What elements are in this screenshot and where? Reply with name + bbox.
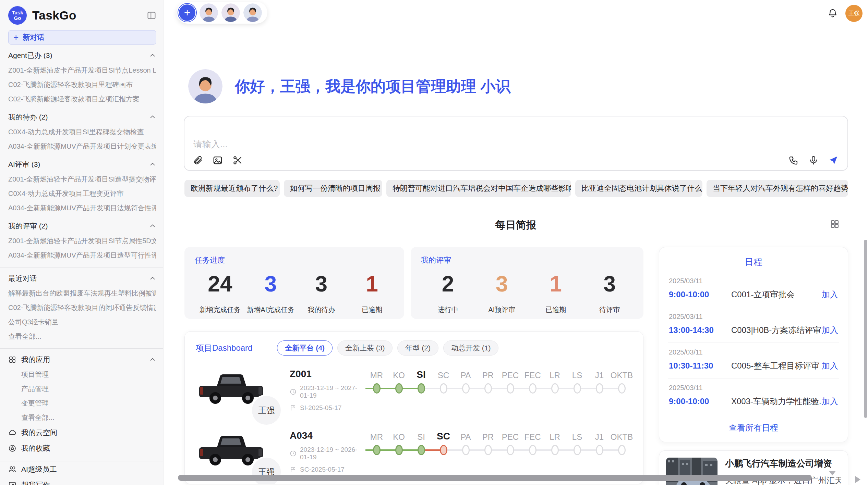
dashboard-filter[interactable]: 全新平台 (4) xyxy=(277,340,333,356)
new-chat-label: 新对话 xyxy=(23,33,44,42)
recent-chat-item[interactable]: C02-飞腾新能源轻客改款项目的闭环通告反馈情况 xyxy=(8,300,156,315)
event-time: 13:00-14:30 xyxy=(669,325,726,335)
sidebar-section-header[interactable]: AI评审 (3) xyxy=(8,157,156,172)
milestone: SC xyxy=(432,428,455,479)
milestone-node-row xyxy=(477,442,499,458)
task-progress-card: 任务进度 24新增完成任务3新增AI完成任务3我的待办1已逾期 xyxy=(184,247,404,319)
join-button[interactable]: 加入 xyxy=(822,325,838,336)
app-item[interactable]: 产品管理 xyxy=(8,382,156,396)
my-favorites-item[interactable]: 我的收藏 xyxy=(8,440,156,456)
milestone-node-row xyxy=(455,380,477,397)
join-button[interactable]: 加入 xyxy=(822,289,838,300)
scroll-right-arrow[interactable] xyxy=(855,476,860,483)
sidebar-recent-section: 最近对话解释最新出台的欧盟报废车法规再生塑料比例被调至15%...C02-飞腾新… xyxy=(8,271,156,344)
sidebar-task-item[interactable]: C0X4-动力总成开发项目SI里程碑提交物检查 xyxy=(8,125,156,139)
phone-call-icon[interactable] xyxy=(788,155,799,165)
divider xyxy=(0,267,163,268)
milestone-node xyxy=(574,383,581,394)
recent-chat-item[interactable]: 公司Q3轻卡销量 xyxy=(8,315,156,329)
tool-item[interactable]: 帮我写作 xyxy=(8,477,156,485)
sidebar-task-item[interactable]: A034-全新新能源MUV产品开发项目计划变更表编写 xyxy=(8,139,156,153)
collapse-sidebar-icon[interactable] xyxy=(147,11,156,20)
topbar: + 王强 xyxy=(164,0,868,26)
milestone-label: J1 xyxy=(595,366,604,380)
session-avatar[interactable] xyxy=(221,3,240,22)
milestone-label: SI xyxy=(417,366,425,380)
suggestion-chip[interactable]: 欧洲新规最近颁布了什么? xyxy=(184,180,280,197)
suggestion-chip[interactable]: 如何写一份清晰的项目周报 xyxy=(284,180,382,197)
insert-image-icon[interactable] xyxy=(213,155,223,165)
stat-label: AI预评审 xyxy=(475,305,529,314)
milestone-label: LR xyxy=(550,428,560,442)
sidebar-task-sections: Agent已办 (3)Z001-全新燃油皮卡产品开发项目SI节点Lesson L… xyxy=(8,48,156,262)
sidebar-task-item[interactable]: Z001-全新燃油轻卡产品开发项目SI节点属性5D文件评审 xyxy=(8,234,156,248)
stat-label: 新增AI完成任务 xyxy=(245,305,296,314)
my-cloud-space-label: 我的云空间 xyxy=(21,428,57,437)
sidebar-section-header[interactable]: Agent已办 (3) xyxy=(8,48,156,63)
recent-section-header[interactable]: 最近对话 xyxy=(8,271,156,286)
milestone-track: MRKOSISCPAPRPECFECLRLSJ1OKTB xyxy=(365,427,633,479)
view-all-schedule-link[interactable]: 查看所有日程 xyxy=(668,422,839,433)
event-name: C003|H0B-方案冻结评审 xyxy=(726,325,822,336)
suggestion-chip[interactable]: 比亚迪全固态电池计划具体说了什么 xyxy=(575,180,702,197)
app-item[interactable]: 变更管理 xyxy=(8,396,156,410)
milestone: PEC xyxy=(499,428,521,479)
dashboard-header: 项目Dashboard 全新平台 (4)全新上装 (3)年型 (2)动总开发 (… xyxy=(196,340,633,356)
scissors-icon[interactable] xyxy=(232,155,243,165)
sidebar-task-item[interactable]: C02-飞腾新能源轻客改款项目里程碑画布 xyxy=(8,77,156,92)
my-cloud-space-item[interactable]: 我的云空间 xyxy=(8,425,156,440)
sidebar-task-item[interactable]: Z001-全新燃油皮卡产品开发项目SI节点Lesson Learn报告 xyxy=(8,63,156,77)
event-name: C005-整车工程目标评审 xyxy=(726,360,822,371)
news-image xyxy=(666,458,718,485)
join-button[interactable]: 加入 xyxy=(822,360,838,371)
composer[interactable]: 请输入... xyxy=(184,116,848,171)
dashboard-filter[interactable]: 全新上装 (3) xyxy=(337,340,393,356)
app-item[interactable]: 项目管理 xyxy=(8,367,156,382)
recent-view-all-link[interactable]: 查看全部... xyxy=(8,329,156,344)
project-thumbnail: 王强 xyxy=(196,366,278,417)
join-button[interactable]: 加入 xyxy=(822,396,838,407)
milestone-node xyxy=(574,445,581,455)
new-chat-button[interactable]: + 新对话 xyxy=(8,30,156,45)
session-avatar[interactable] xyxy=(200,3,218,22)
suggestion-chip[interactable]: 特朗普可能对进口汽车增税会对中国车企造成哪些影响 xyxy=(386,180,571,197)
my-apps-header[interactable]: 我的应用 xyxy=(8,352,156,367)
horizontal-scrollbar[interactable] xyxy=(178,475,812,481)
sidebar-section-header[interactable]: 我的待办 (2) xyxy=(8,110,156,125)
write-icon xyxy=(8,481,16,485)
suggestion-chip[interactable]: 当下年轻人对汽车外观有怎样的喜好趋势 xyxy=(707,180,848,197)
milestone-node xyxy=(418,445,425,455)
recent-chat-item[interactable]: 解释最新出台的欧盟报废车法规再生塑料比例被调至15%... xyxy=(8,286,156,300)
send-icon[interactable] xyxy=(828,155,839,165)
scroll-down-arrow[interactable] xyxy=(829,471,836,475)
schedule-card: 日程 2025/03/119:00-10:00C001-立项审批会加入2025/… xyxy=(659,247,848,442)
notification-bell-icon[interactable] xyxy=(828,8,838,18)
apps-view-all-link[interactable]: 查看全部... xyxy=(8,410,156,425)
milestone-label: LS xyxy=(572,428,582,442)
vertical-scrollbar[interactable] xyxy=(864,240,867,418)
milestone-label: KO xyxy=(393,428,405,442)
sidebar-section-header[interactable]: 我的评审 (2) xyxy=(8,219,156,234)
dashboard-filter[interactable]: 动总开发 (1) xyxy=(443,340,499,356)
attach-paperclip-icon[interactable] xyxy=(193,155,203,165)
project-dates-text: 2023-12-19 ~ 2027-01-19 xyxy=(300,384,365,399)
user-avatar[interactable]: 王强 xyxy=(845,5,863,22)
sidebar-tools-rows: AI超级员工帮我写作创意制图 xyxy=(8,461,156,485)
sidebar-apps-section: 我的应用项目管理产品管理变更管理查看全部... xyxy=(8,352,156,425)
sidebar-task-item[interactable]: A034-全新新能源MUV产品开发项目造型可行性评审 xyxy=(8,248,156,262)
news-title: 小鹏飞行汽车制造公司增资 xyxy=(725,458,841,470)
session-avatar[interactable] xyxy=(243,3,262,22)
sidebar-task-item[interactable]: Z001-全新燃油轻卡产品开发项目SI造型提交物评审 xyxy=(8,172,156,186)
tool-item[interactable]: AI超级员工 xyxy=(8,461,156,477)
clock-icon xyxy=(290,450,297,457)
microphone-icon[interactable] xyxy=(808,155,819,165)
sidebar-task-item[interactable]: A034-全新新能源MUV产品开发项目法规符合性评审 xyxy=(8,201,156,215)
milestone-node xyxy=(373,383,381,394)
sidebar-task-item[interactable]: C02-飞腾新能源轻客改款项目立项汇报方案 xyxy=(8,92,156,106)
dashboard-filter[interactable]: 年型 (2) xyxy=(397,340,438,356)
layout-grid-icon[interactable] xyxy=(830,219,840,229)
sidebar-task-item[interactable]: C0X4-动力总成开发项目工程变更评审 xyxy=(8,186,156,201)
add-session-button[interactable]: + xyxy=(178,4,196,22)
greeting-text: 你好，王强，我是你的项目管理助理 小识 xyxy=(235,76,510,97)
milestone-label: PA xyxy=(460,366,471,380)
